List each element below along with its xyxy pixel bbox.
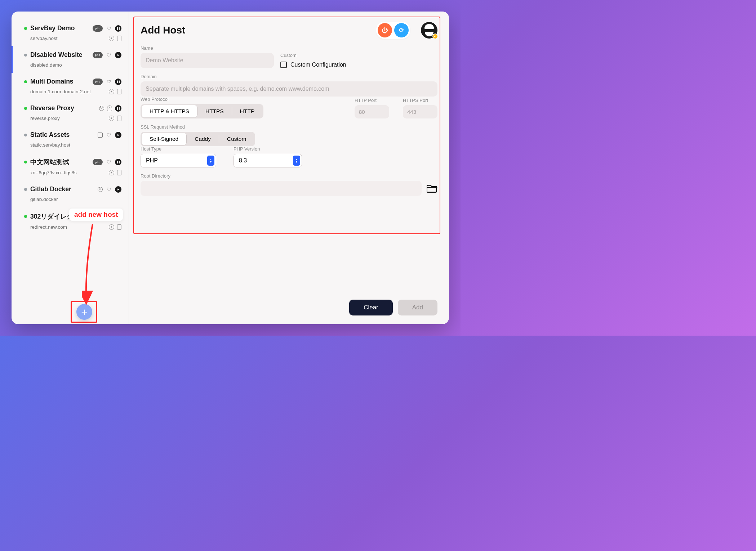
host-domain: disabled.demo — [30, 62, 62, 68]
refresh-icon: ⟳ — [399, 26, 404, 34]
domain-input[interactable] — [141, 81, 437, 97]
sidebar-host-item[interactable]: Multi Domains php domain-1.com domain-2.… — [12, 73, 129, 99]
host-domain: xn--6qq79v.xn--fiqs8s — [30, 170, 77, 175]
web-protocol-segment: HTTP & HTTPSHTTPSHTTP — [141, 104, 263, 118]
host-name: ServBay Demo — [30, 24, 89, 32]
folder-icon — [427, 184, 437, 193]
host-name: Disabled Website — [30, 51, 89, 59]
power-icon: ⏻ — [382, 27, 388, 34]
pause-icon — [115, 25, 121, 32]
host-item-meta — [109, 116, 121, 121]
host-item-meta — [109, 89, 121, 94]
http-port-input[interactable] — [355, 105, 389, 118]
php-version-select[interactable]: 8.3 — [234, 154, 302, 167]
host-domain: domain-1.com domain-2.net — [30, 89, 91, 94]
segment-option[interactable]: Custom — [219, 133, 254, 145]
pause-icon — [115, 213, 121, 220]
power-button[interactable]: ⏻ — [378, 23, 392, 37]
shield-o-icon — [106, 25, 112, 32]
footer: Clear Add — [141, 292, 437, 315]
php-icon: php — [93, 79, 103, 85]
compass-icon — [109, 116, 114, 121]
label-http-port: HTTP Port — [355, 98, 389, 103]
doc-icon — [117, 116, 121, 121]
php-icon: php — [93, 159, 103, 165]
host-item-actions: php — [93, 79, 121, 85]
host-type-select[interactable]: PHP — [141, 154, 216, 167]
doc-icon — [117, 89, 121, 94]
shield-o-icon — [106, 132, 112, 138]
pause-icon — [115, 105, 121, 112]
header-actions: ⏻ ⟳ — [376, 22, 410, 39]
label-php-version: PHP Version — [234, 146, 302, 152]
chevron-updown-icon — [293, 156, 300, 166]
host-type-value: PHP — [146, 157, 158, 163]
doc-icon — [117, 170, 121, 175]
sidebar-host-item[interactable]: Gitlab Docker gitlab.docker — [12, 180, 129, 207]
shield-o-icon — [106, 52, 112, 58]
avatar-badge-icon: ✔ — [432, 33, 438, 39]
sidebar-host-item[interactable]: Static Assets static.servbay.host — [12, 126, 129, 153]
host-item-actions — [98, 132, 121, 138]
sidebar-host-item[interactable]: ServBay Demo php servbay.host — [12, 19, 129, 46]
page-title: Add Host — [141, 24, 370, 36]
doc-icon — [117, 224, 121, 230]
host-item-meta — [109, 170, 121, 175]
sidebar-host-item[interactable]: Reverse Proxy reverse.proxy — [12, 99, 129, 126]
label-domain: Domain — [141, 74, 437, 79]
host-item-actions: php — [93, 52, 121, 58]
custom-config-label: Custom Configuration — [290, 62, 346, 68]
host-domain: redirect.new.com — [30, 224, 67, 230]
segment-option[interactable]: HTTP & HTTPS — [142, 105, 197, 117]
sidebar-host-item[interactable]: 302リダイレクト redirect.new.com — [12, 207, 129, 235]
host-item-meta — [109, 224, 121, 230]
user-avatar[interactable]: ✔ — [421, 22, 437, 39]
name-input[interactable] — [141, 53, 274, 68]
label-ssl: SSL Request Method — [141, 124, 437, 130]
host-domain: static.servbay.host — [30, 142, 70, 148]
compass-icon — [109, 36, 114, 41]
label-custom: Custom — [280, 53, 297, 58]
host-name: 中文网站测试 — [30, 158, 89, 166]
host-name: Static Assets — [30, 131, 94, 139]
add-host-button[interactable]: ＋ — [76, 304, 92, 320]
add-button[interactable]: Add — [398, 300, 437, 315]
label-host-type: Host Type — [141, 146, 216, 152]
sidebar-host-item[interactable]: 中文网站测试 php xn--6qq79v.xn--fiqs8s — [12, 153, 129, 180]
status-dot — [24, 107, 27, 110]
segment-option[interactable]: Caddy — [187, 133, 219, 145]
shield-o-icon — [106, 186, 112, 193]
sidebar-host-item[interactable]: Disabled Website php disabled.demo — [12, 46, 129, 73]
host-name: Multi Domains — [30, 78, 89, 85]
loop-icon — [98, 187, 103, 192]
segment-option[interactable]: HTTPS — [197, 105, 232, 117]
segment-option[interactable]: HTTP — [232, 105, 262, 117]
label-protocol: Web Protocol — [141, 97, 263, 102]
host-name: Reverse Proxy — [30, 104, 96, 112]
root-directory-input[interactable] — [141, 181, 422, 196]
main-panel: Add Host ⏻ ⟳ ✔ Name Custom — [129, 12, 449, 324]
header: Add Host ⏻ ⟳ ✔ — [141, 22, 437, 39]
folder-browse-button[interactable] — [427, 184, 437, 193]
custom-config-checkbox[interactable] — [280, 62, 287, 68]
host-domain: servbay.host — [30, 36, 58, 41]
shield-o-icon — [106, 159, 112, 165]
box-icon — [98, 133, 103, 138]
host-domain: reverse.proxy — [30, 116, 60, 121]
host-item-actions — [99, 105, 121, 112]
segment-option[interactable]: Self-Signed — [142, 133, 186, 145]
redir-icon — [98, 214, 103, 219]
refresh-button[interactable]: ⟳ — [394, 23, 409, 37]
add-host-form: Name Custom Custom Configuration Domain … — [141, 45, 437, 196]
doc-icon — [117, 36, 121, 41]
clear-button[interactable]: Clear — [349, 300, 393, 315]
sidebar: ServBay Demo php servbay.host Disabled W… — [12, 12, 129, 324]
status-dot — [24, 80, 27, 83]
php-icon: php — [93, 52, 103, 58]
host-item-actions — [98, 213, 121, 220]
compass-icon — [109, 89, 114, 94]
https-port-input[interactable] — [403, 105, 437, 118]
pause-icon — [115, 159, 121, 165]
host-name: Gitlab Docker — [30, 185, 94, 193]
label-root-dir: Root Directory — [141, 173, 437, 179]
